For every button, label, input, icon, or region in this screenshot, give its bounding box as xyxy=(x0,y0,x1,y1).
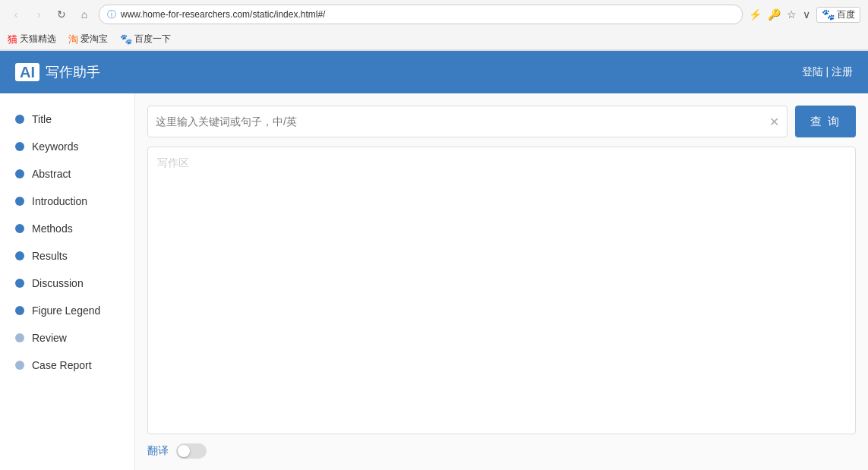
dot-introduction xyxy=(15,197,24,206)
sidebar-item-review[interactable]: Review xyxy=(0,324,134,352)
baidu-label: 百度 xyxy=(837,8,855,21)
baidu-yi-label: 百度一下 xyxy=(134,33,171,46)
sidebar-label-keywords: Keywords xyxy=(32,140,78,153)
forward-button[interactable]: › xyxy=(30,6,47,23)
logo-ai-box: AI xyxy=(15,63,39,81)
sidebar: Title Keywords Abstract Introduction Met… xyxy=(0,93,135,470)
sidebar-item-discussion[interactable]: Discussion xyxy=(0,270,134,297)
chevron-icon[interactable]: ∨ xyxy=(803,8,810,21)
dot-results xyxy=(15,251,24,260)
translate-label: 翻译 xyxy=(147,444,169,458)
address-bar[interactable]: ⓘ www.home-for-researchers.com/static/in… xyxy=(99,5,743,24)
sidebar-item-title[interactable]: Title xyxy=(0,106,134,133)
writing-area[interactable]: 写作区 xyxy=(147,147,856,434)
tianmao-icon: 猫 xyxy=(8,33,17,46)
app-header: AI 写作助手 登陆 | 注册 xyxy=(0,51,868,93)
sidebar-item-results[interactable]: Results xyxy=(0,242,134,270)
dot-methods xyxy=(15,224,24,233)
main-content: Title Keywords Abstract Introduction Met… xyxy=(0,93,868,470)
taobao-label: 爱淘宝 xyxy=(80,33,108,46)
sidebar-label-case-report: Case Report xyxy=(32,359,92,371)
login-link[interactable]: 登陆 xyxy=(802,65,823,77)
search-input-wrap: ✕ xyxy=(147,106,788,137)
key-icon: 🔑 xyxy=(768,8,781,21)
sidebar-item-abstract[interactable]: Abstract xyxy=(0,160,134,188)
translate-row: 翻译 xyxy=(147,443,856,459)
bookmarks-bar: 猫 天猫精选 淘 爱淘宝 🐾 百度一下 xyxy=(0,29,868,50)
translate-toggle[interactable] xyxy=(176,443,207,459)
back-button[interactable]: ‹ xyxy=(8,6,24,23)
url-text: www.home-for-researchers.com/static/inde… xyxy=(121,9,734,20)
logo-text: 写作助手 xyxy=(46,63,100,81)
search-button[interactable]: 查 询 xyxy=(795,106,856,137)
writing-placeholder: 写作区 xyxy=(157,156,189,170)
bookmark-baidu-yi[interactable]: 🐾 百度一下 xyxy=(120,33,171,46)
auth-divider: | xyxy=(825,65,832,77)
sidebar-label-abstract: Abstract xyxy=(32,168,71,180)
dot-figure-legend xyxy=(15,306,24,315)
taobao-icon: 淘 xyxy=(68,33,78,46)
sidebar-label-review: Review xyxy=(32,332,67,344)
baidu-paw-icon: 🐾 xyxy=(822,8,835,21)
toggle-knob xyxy=(178,445,190,457)
sidebar-item-case-report[interactable]: Case Report xyxy=(0,352,134,379)
sidebar-label-methods: Methods xyxy=(32,222,73,235)
sidebar-label-discussion: Discussion xyxy=(32,277,84,289)
writing-textarea[interactable] xyxy=(157,156,846,424)
sidebar-label-results: Results xyxy=(32,250,68,262)
app-container: AI 写作助手 登陆 | 注册 Title Keywords Abstract xyxy=(0,51,868,470)
home-button[interactable]: ⌂ xyxy=(76,6,93,23)
clear-icon[interactable]: ✕ xyxy=(769,115,779,129)
browser-chrome: ‹ › ↻ ⌂ ⓘ www.home-for-researchers.com/s… xyxy=(0,0,868,51)
browser-toolbar: ‹ › ↻ ⌂ ⓘ www.home-for-researchers.com/s… xyxy=(0,0,868,29)
dot-abstract xyxy=(15,169,24,178)
bookmark-taobao[interactable]: 淘 爱淘宝 xyxy=(68,33,108,46)
refresh-button[interactable]: ↻ xyxy=(53,6,70,23)
dot-keywords xyxy=(15,142,24,151)
search-input[interactable] xyxy=(156,115,769,128)
dot-case-report xyxy=(15,361,24,370)
browser-actions: ⚡ 🔑 ☆ ∨ xyxy=(749,8,810,21)
sidebar-label-introduction: Introduction xyxy=(32,195,87,207)
sidebar-item-keywords[interactable]: Keywords xyxy=(0,133,134,160)
lightning-icon: ⚡ xyxy=(749,8,762,21)
security-icon: ⓘ xyxy=(107,8,116,21)
dot-title xyxy=(15,115,24,124)
app-logo: AI 写作助手 xyxy=(15,63,100,81)
dot-review xyxy=(15,333,24,342)
baidu-button[interactable]: 🐾 百度 xyxy=(816,7,860,23)
bookmark-tianmao[interactable]: 猫 天猫精选 xyxy=(8,33,56,46)
tianmao-label: 天猫精选 xyxy=(20,33,56,46)
search-row: ✕ 查 询 xyxy=(147,106,856,137)
content-area: ✕ 查 询 写作区 翻译 xyxy=(135,93,868,470)
dot-discussion xyxy=(15,279,24,288)
register-link[interactable]: 注册 xyxy=(832,65,853,77)
header-auth: 登陆 | 注册 xyxy=(802,65,853,79)
sidebar-item-introduction[interactable]: Introduction xyxy=(0,188,134,215)
sidebar-label-figure-legend: Figure Legend xyxy=(32,304,100,317)
sidebar-item-methods[interactable]: Methods xyxy=(0,215,134,242)
star-icon[interactable]: ☆ xyxy=(787,8,797,21)
baidu-yi-icon: 🐾 xyxy=(120,33,132,45)
sidebar-item-figure-legend[interactable]: Figure Legend xyxy=(0,297,134,324)
sidebar-label-title: Title xyxy=(32,113,52,125)
